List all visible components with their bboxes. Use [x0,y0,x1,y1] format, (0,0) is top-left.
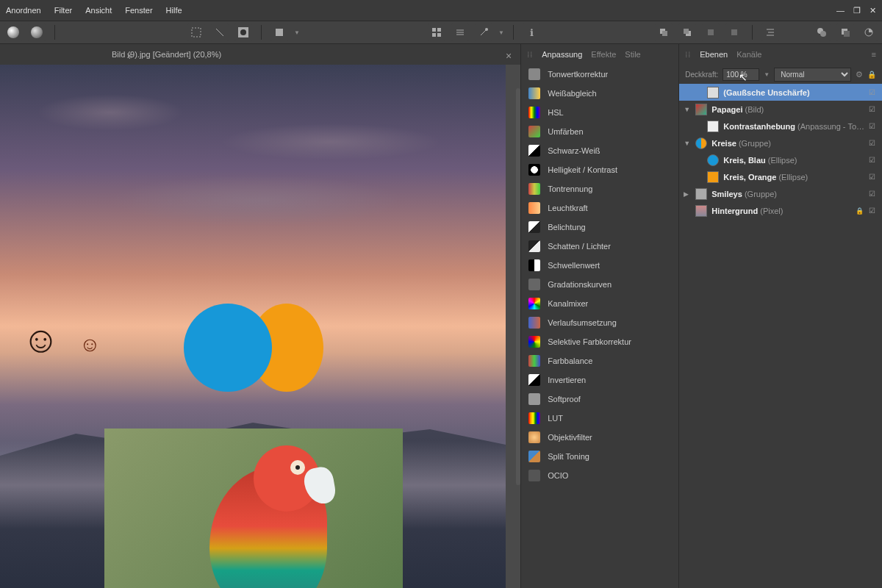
layer-item[interactable]: ▶Smileys (Gruppe)☑ [679,185,882,202]
gear-icon[interactable]: ⚙ [856,70,863,79]
shape1-icon[interactable] [813,24,831,41]
tab-effekte[interactable]: Effekte [591,50,616,59]
layer-name: Kreis, Orange (Ellipse) [723,173,864,182]
adjustment-icon [528,107,540,118]
visibility-checkbox[interactable]: ☑ [869,122,878,130]
adjustment-item[interactable]: Farbbalance [521,351,678,370]
adjustment-item[interactable]: Umfärben [521,122,678,141]
visibility-checkbox[interactable]: ☑ [869,190,878,198]
color-sphere-1[interactable] [4,24,22,41]
wand-icon[interactable] [475,24,492,41]
expand-icon[interactable]: ▶ [684,190,691,198]
visibility-checkbox[interactable]: ☑ [869,173,878,181]
layer-item[interactable]: Kreis, Blau (Ellipse)☑ [679,151,882,168]
adjustment-item[interactable]: Helligkeit / Kontrast [521,160,678,179]
arrange4-icon[interactable] [725,24,743,41]
adjustment-item[interactable]: Belichtung [521,218,678,237]
opacity-label: Deckkraft: [685,71,718,79]
adjustment-icon [528,202,540,214]
tab-anpassung[interactable]: Anpassung [542,50,582,59]
adjustment-item[interactable]: Invertieren [521,370,678,390]
adjustment-item[interactable]: Schwellenwert [521,256,678,275]
adjustment-icon [528,145,540,157]
layer-item[interactable]: ▼Kreise (Gruppe)☑ [679,135,882,151]
adjustment-label: Schwarz-Weiß [548,146,600,155]
svg-point-2 [240,29,246,35]
adjustment-item[interactable]: Schatten / Lichter [521,237,678,256]
adjustment-item[interactable]: Tontrennung [521,179,678,198]
menu-ansicht[interactable]: Ansicht [85,6,112,15]
adjustment-item[interactable]: Softproof [521,390,678,409]
adjustment-icon [528,317,540,329]
adjustments-panel: ⁞⁞ Anpassung Effekte Stile Tonwertkorrek… [520,44,678,588]
menu-anordnen[interactable]: Anordnen [6,6,41,15]
adjustment-item[interactable]: Selektive Farbkorrektur [521,332,678,351]
adjustment-item[interactable]: Weißabgleich [521,84,678,103]
layer-item[interactable]: ▼Papagei (Bild)☑ [679,101,882,118]
menu-hilfe[interactable]: Hilfe [166,6,182,15]
adjustment-item[interactable]: Schwarz-Weiß [521,141,678,160]
grip-icon[interactable]: ⁞⁞ [527,50,533,60]
dropdown-icon[interactable]: ▼ [294,29,300,36]
layer-item[interactable]: Kreis, Orange (Ellipse)☑ [679,168,882,185]
adjustment-item[interactable]: Verlaufsumsetzung [521,313,678,332]
lasso-icon[interactable] [211,24,229,41]
tab-kanaele[interactable]: Kanäle [736,50,761,59]
arrange3-icon[interactable] [702,24,720,41]
adjustment-item[interactable]: Objektivfilter [521,428,678,447]
close-icon[interactable]: ✕ [870,6,876,15]
mask-icon[interactable] [234,24,252,41]
tab-stile[interactable]: Stile [625,50,640,59]
adjustment-item[interactable]: LUT [521,409,678,428]
arrange1-icon[interactable] [655,24,673,41]
adjustment-item[interactable]: Split Toning [521,447,678,466]
adjustment-item[interactable]: Leuchtkraft [521,198,678,218]
layer-item[interactable]: (Gaußsche Unschärfe) ☑ [679,84,882,101]
adjustment-item[interactable]: Kanalmixer [521,294,678,313]
canvas[interactable]: ☺ ☺ [0,65,506,588]
dropdown2-icon[interactable]: ▼ [498,29,504,36]
adjustment-item[interactable]: OCIO [521,466,678,485]
tab-close2-icon[interactable]: × [506,50,512,62]
visibility-checkbox[interactable]: ☑ [869,207,878,215]
info-icon[interactable]: ℹ [523,24,540,41]
lock-icon[interactable]: 🔒 [867,71,876,79]
visibility-checkbox[interactable]: ☑ [869,88,878,96]
scrollbar[interactable] [516,88,520,485]
adjustment-icon [528,68,540,80]
tab-ebenen[interactable]: Ebenen [700,50,728,59]
visibility-checkbox[interactable]: ☑ [869,139,878,147]
color-sphere-2[interactable] [28,24,46,41]
blend-mode-select[interactable]: Normal [774,68,851,82]
adjustment-item[interactable]: Gradationskurven [521,275,678,294]
grid-icon[interactable] [428,24,445,41]
layer-item[interactable]: Kontrastanhebung (Anpassung - To…☑ [679,118,882,135]
minimize-icon[interactable]: — [836,6,845,15]
menu-bar: Anordnen Filter Ansicht Fenster Hilfe — … [0,0,882,21]
expand-icon[interactable]: ▼ [684,106,691,113]
grip-icon[interactable]: ⁞⁞ [685,50,691,60]
shape3-icon[interactable] [860,24,878,41]
lock-icon[interactable]: 🔒 [856,207,864,215]
fill-icon[interactable] [270,24,288,41]
expand-icon[interactable]: ▼ [684,140,691,147]
opacity-input[interactable] [723,68,759,81]
adjustment-item[interactable]: Tonwertkorrektur [521,65,678,84]
arrange2-icon[interactable] [678,24,696,41]
list-icon[interactable] [451,24,469,41]
menu-filter[interactable]: Filter [54,6,72,15]
tab-close-icon[interactable]: × [126,50,132,62]
marquee-icon[interactable] [187,24,205,41]
tab-label[interactable]: Bild (9).jpg [Geändert] (20,8%) [103,50,230,59]
layer-item[interactable]: Hintergrund (Pixel)🔒☑ [679,202,882,219]
panel-menu-icon[interactable]: ≡ [872,50,876,59]
visibility-checkbox[interactable]: ☑ [869,105,878,113]
opacity-drop-icon[interactable]: ▼ [764,71,770,78]
shape2-icon[interactable] [836,24,854,41]
menu-fenster[interactable]: Fenster [125,6,152,15]
align-icon[interactable] [761,24,779,41]
maximize-icon[interactable]: ❐ [853,6,861,15]
adjustment-icon [528,87,540,99]
adjustment-item[interactable]: HSL [521,103,678,122]
visibility-checkbox[interactable]: ☑ [869,156,878,164]
